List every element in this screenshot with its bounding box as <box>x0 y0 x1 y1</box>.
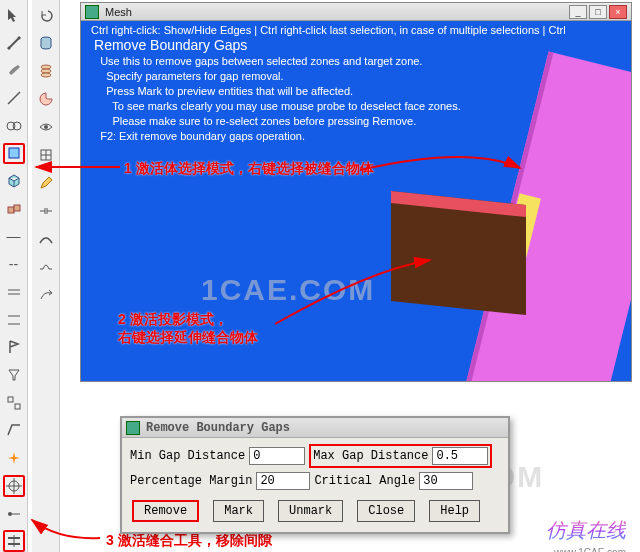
tool-ddash[interactable] <box>3 281 25 303</box>
tool-cube[interactable] <box>3 170 25 192</box>
body-source[interactable] <box>391 191 526 315</box>
svg-rect-6 <box>8 207 14 213</box>
left-toolbar-2 <box>32 0 60 552</box>
svg-rect-7 <box>14 205 20 211</box>
svg-point-1 <box>17 36 20 39</box>
svg-point-25 <box>41 73 51 77</box>
close-button[interactable]: Close <box>357 500 415 522</box>
tool-eye[interactable] <box>35 116 57 138</box>
svg-point-4 <box>13 122 21 130</box>
window-max-button[interactable]: □ <box>589 5 607 19</box>
app-icon <box>85 5 99 19</box>
tool-target-icon[interactable] <box>3 475 25 497</box>
dialog-title: Remove Boundary Gaps <box>146 421 290 435</box>
tool-boxes[interactable] <box>3 198 25 220</box>
percentage-margin-label: Percentage Margin <box>130 474 252 488</box>
footer-brand: 仿真在线 <box>546 517 626 544</box>
remove-button[interactable]: Remove <box>132 500 199 522</box>
tool-edge[interactable] <box>3 420 25 442</box>
annotation-2: 2 激活投影模式， 右键选择延伸缝合物体 <box>118 310 258 346</box>
min-gap-input[interactable] <box>249 447 305 465</box>
tool-funnel[interactable] <box>3 364 25 386</box>
mark-button[interactable]: Mark <box>213 500 264 522</box>
tool-measure[interactable] <box>3 32 25 54</box>
tool-dash[interactable]: — <box>3 226 25 248</box>
dialog-titlebar[interactable]: Remove Boundary Gaps <box>122 418 508 438</box>
unmark-button[interactable]: Unmark <box>278 500 343 522</box>
watermark: 1CAE.COM <box>201 273 375 307</box>
tool-keys[interactable] <box>3 392 25 414</box>
svg-rect-5 <box>9 148 19 158</box>
svg-point-26 <box>44 125 48 129</box>
tool-gap-icon[interactable] <box>3 530 25 552</box>
tool-pencil[interactable] <box>35 172 57 194</box>
tool-douter[interactable] <box>3 309 25 331</box>
tool-brush[interactable] <box>3 59 25 81</box>
left-toolbar-1: — -- <box>0 0 28 552</box>
tool-db[interactable] <box>35 32 57 54</box>
tool-rotcurve[interactable] <box>35 284 57 306</box>
min-gap-label: Min Gap Distance <box>130 449 245 463</box>
window-min-button[interactable]: _ <box>569 5 587 19</box>
tool-select-body[interactable] <box>3 143 25 165</box>
help-button[interactable]: Help <box>429 500 480 522</box>
svg-point-23 <box>41 65 51 69</box>
percentage-margin-input[interactable] <box>256 472 310 490</box>
remove-boundary-gaps-dialog: Remove Boundary Gaps Min Gap Distance Ma… <box>120 416 510 534</box>
annotation-1: 1 激活体选择模式，右键选择被缝合物体 <box>124 159 374 177</box>
tool-pointer[interactable] <box>3 4 25 26</box>
svg-point-17 <box>8 512 12 516</box>
tool-spark[interactable] <box>3 447 25 469</box>
tool-merge[interactable] <box>3 115 25 137</box>
tool-split[interactable] <box>35 200 57 222</box>
svg-line-2 <box>8 92 20 104</box>
svg-point-24 <box>41 69 51 73</box>
tool-dbstack[interactable] <box>35 60 57 82</box>
svg-rect-12 <box>8 397 13 402</box>
svg-point-0 <box>7 46 10 49</box>
window-titlebar[interactable]: Mesh _ □ × <box>81 3 631 21</box>
critical-angle-input[interactable] <box>419 472 473 490</box>
tool-flag[interactable] <box>3 336 25 358</box>
max-gap-input[interactable] <box>432 447 488 465</box>
dialog-icon <box>126 421 140 435</box>
footer-url: www.1CAE.com <box>554 547 626 552</box>
tool-line[interactable] <box>3 87 25 109</box>
window-title: Mesh <box>105 6 132 18</box>
tool-hcurve[interactable] <box>35 256 57 278</box>
tool-node[interactable] <box>3 503 25 525</box>
svg-rect-13 <box>15 404 20 409</box>
critical-angle-label: Critical Angle <box>314 474 415 488</box>
tool-palette[interactable] <box>35 88 57 110</box>
tool-undo[interactable] <box>35 4 57 26</box>
tool-wire[interactable] <box>35 144 57 166</box>
window-close-button[interactable]: × <box>609 5 627 19</box>
max-gap-label: Max Gap Distance <box>313 449 428 463</box>
tool-dash2[interactable]: -- <box>3 253 25 275</box>
tool-curve[interactable] <box>35 228 57 250</box>
